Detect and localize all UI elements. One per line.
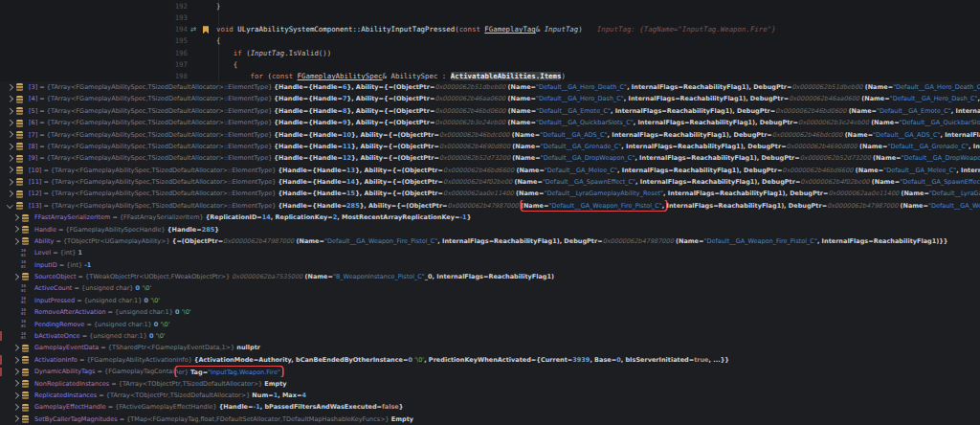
text-segment: {Handle={Handle= bbox=[274, 107, 343, 115]
chevron-right-icon[interactable] bbox=[7, 168, 12, 173]
text-segment: 285 bbox=[346, 202, 360, 210]
watch-row-FFastArraySerializerItem[interactable]: FFastArraySerializerItem = {FFastArraySe… bbox=[0, 212, 980, 223]
watch-row-InputID[interactable]: 10 01InputID = {int} -1 bbox=[0, 259, 980, 271]
chevron-right-icon[interactable] bbox=[12, 392, 18, 398]
debugger-variables-panel[interactable]: [3] = {TArray<FGameplayAbilitySpec,TSize… bbox=[0, 81, 980, 425]
code-text[interactable]: } bbox=[216, 1, 220, 12]
bookmark-icon[interactable] bbox=[203, 26, 209, 34]
red-annotation-box: Name="Default__GA_Weapon_Fire_Pistol_C", bbox=[522, 200, 666, 211]
text-segment: Name= bbox=[515, 143, 540, 150]
watch-row-ActiveCount[interactable]: 10 01ActiveCount = {unsigned char} 0 '\0… bbox=[0, 282, 980, 294]
chevron-right-icon[interactable] bbox=[7, 131, 12, 137]
text-segment: .IsValid()) bbox=[284, 49, 331, 57]
text-segment: {Handle={Handle= bbox=[274, 143, 343, 150]
code-line-196[interactable]: 196 if (InputTag.IsValid()) bbox=[0, 48, 980, 59]
text-segment: , ...}} bbox=[709, 356, 729, 364]
watch-row-element-9[interactable]: [9] = {TArray<FGameplayAbilitySpec,TSize… bbox=[0, 152, 980, 164]
watch-row-element-3[interactable]: [3] = {TArray<FGameplayAbilitySpec,TSize… bbox=[0, 81, 980, 93]
code-text[interactable]: if (InputTag.IsValid()) bbox=[216, 48, 331, 59]
chevron-right-icon[interactable] bbox=[12, 226, 18, 232]
text-segment: {Handle={Handle= bbox=[274, 95, 343, 102]
watch-row-SetByCallerTagMagnitudes[interactable]: SetByCallerTagMagnitudes = {TMap<FGamepl… bbox=[0, 414, 980, 425]
chevron-right-icon[interactable] bbox=[12, 214, 18, 220]
chevron-right-icon[interactable] bbox=[12, 357, 18, 363]
binary-value-icon: 10 01 bbox=[21, 260, 30, 269]
chevron-right-icon[interactable] bbox=[7, 108, 12, 114]
line-number[interactable]: 194 bbox=[151, 24, 188, 35]
watch-row-SourceObject[interactable]: SourceObject = {TWeakObjectPtr<UObject,F… bbox=[0, 271, 980, 282]
watch-row-NonReplicatedInstances[interactable]: NonReplicatedInstances = {TArray<TObject… bbox=[0, 378, 980, 390]
chevron-right-icon[interactable] bbox=[12, 238, 18, 244]
line-number[interactable]: 197 bbox=[151, 59, 188, 71]
code-text[interactable]: { bbox=[216, 59, 237, 71]
line-number[interactable]: 196 bbox=[151, 48, 188, 59]
text-segment: "Default__GA_SpawnEffect_C" bbox=[543, 178, 635, 186]
code-text[interactable]: void ULyraAbilitySystemComponent::Abilit… bbox=[216, 24, 776, 35]
text-segment: = {unsigned char} bbox=[72, 284, 135, 292]
chevron-right-icon[interactable] bbox=[7, 120, 12, 125]
text-segment: nullptr bbox=[236, 344, 260, 351]
text-segment: 0x0000062ba7535000 bbox=[232, 273, 302, 280]
watch-row-Level[interactable]: 10 01Level = {int} 1 bbox=[0, 247, 980, 258]
code-editor-panel[interactable]: 192}193194⇄void ULyraAbilitySystemCompon… bbox=[0, 0, 980, 81]
text-segment: InternalFlags=ReachabilityFlag1), DebugP… bbox=[666, 190, 829, 197]
text-segment: {Handle= bbox=[219, 403, 254, 411]
error-stripe-mark bbox=[0, 368, 2, 377]
watch-row-element-13[interactable]: [13] = {TArray<FGameplayAbilitySpec,TSiz… bbox=[0, 200, 980, 212]
chevron-right-icon[interactable] bbox=[7, 144, 12, 149]
watch-row-Ability[interactable]: Ability = {TObjectPtr<UGameplayAbility>}… bbox=[0, 235, 980, 247]
text-segment: , InternalFlags=ReachabilityFlag1)}} bbox=[940, 131, 980, 139]
watch-row-InputPressed[interactable]: 10 01InputPressed = {unsigned char:1} 0 … bbox=[0, 295, 980, 306]
watch-row-element-11[interactable]: [11] = {TArray<FGameplayAbilitySpec,TSiz… bbox=[0, 176, 980, 188]
chevron-right-icon[interactable] bbox=[12, 380, 18, 386]
chevron-right-icon[interactable] bbox=[12, 274, 18, 280]
text-segment: 1 bbox=[78, 249, 83, 257]
code-line-195[interactable]: 195{ bbox=[0, 35, 980, 47]
chevron-right-icon[interactable] bbox=[7, 179, 12, 185]
watch-row-element-8[interactable]: [8] = {TArray<FGameplayAbilitySpec,TSize… bbox=[0, 141, 980, 152]
watch-row-GameplayEffectHandle[interactable]: GameplayEffectHandle = {FActiveGameplayE… bbox=[0, 401, 980, 413]
text-segment: , bIsServerInitiated= bbox=[621, 356, 694, 364]
code-line-194[interactable]: 194⇄void ULyraAbilitySystemComponent::Ab… bbox=[0, 24, 980, 35]
code-line-197[interactable]: 197 { bbox=[0, 59, 980, 71]
watch-row-Handle[interactable]: Handle = {FGameplayAbilitySpecHandle} {H… bbox=[0, 224, 980, 235]
chevron-down-icon[interactable] bbox=[7, 202, 12, 208]
watch-row-element-7[interactable]: [7] = {TArray<FGameplayAbilitySpec,TSize… bbox=[0, 129, 980, 141]
chevron-right-icon[interactable] bbox=[12, 345, 18, 350]
code-line-192[interactable]: 192} bbox=[0, 1, 980, 12]
text-segment: = {int} bbox=[57, 261, 84, 269]
chevron-right-icon[interactable] bbox=[7, 84, 12, 90]
text-segment: InputID bbox=[34, 261, 57, 269]
code-text[interactable]: { bbox=[216, 35, 220, 47]
line-number[interactable]: 195 bbox=[151, 35, 188, 47]
watch-row-element-12[interactable]: [12] = {TArray<FGameplayAbilitySpec,TSiz… bbox=[0, 188, 980, 199]
chevron-right-icon[interactable] bbox=[7, 190, 12, 196]
watch-row-DynamicAbilityTags[interactable]: DynamicAbilityTags = {FGameplayTagContai… bbox=[0, 366, 980, 377]
watch-row-ReplicatedInstances[interactable]: ReplicatedInstances = {TArray<TObjectPtr… bbox=[0, 390, 980, 401]
watch-row-RemoveAfterActivation[interactable]: 10 01RemoveAfterActivation = {unsigned c… bbox=[0, 306, 980, 318]
text-segment: = {TWeakObjectPtr<UObject,FWeakObjectPtr… bbox=[77, 273, 233, 280]
code-line-193[interactable]: 193 bbox=[0, 12, 980, 24]
watch-row-ActivationInfo[interactable]: ActivationInfo = {FGameplayAbilityActiva… bbox=[0, 354, 980, 366]
watch-row-element-4[interactable]: [4] = {TArray<FGameplayAbilitySpec,TSize… bbox=[0, 93, 980, 104]
text-segment: = {TArray<FGameplayAbilitySpec,TSizedDef… bbox=[37, 95, 274, 102]
chevron-right-icon[interactable] bbox=[12, 404, 18, 410]
watch-row-element-6[interactable]: [6] = {TArray<FGameplayAbilitySpec,TSize… bbox=[0, 117, 980, 128]
chevron-right-icon[interactable] bbox=[12, 415, 18, 421]
watch-row-text: [11] = {TArray<FGameplayAbilitySpec,TSiz… bbox=[29, 176, 980, 188]
text-segment: 3939 bbox=[572, 356, 590, 364]
text-segment: InputTag bbox=[251, 49, 285, 57]
watch-row-GameplayEventData[interactable]: GameplayEventData = {TSharedPtr<FGamepla… bbox=[0, 342, 980, 353]
swap-arrows-icon[interactable]: ⇄ bbox=[190, 24, 201, 35]
chevron-right-icon[interactable] bbox=[7, 155, 12, 161]
watch-row-bActivateOnce[interactable]: 10 01bActivateOnce = {unsigned char:1} 0… bbox=[0, 330, 980, 342]
watch-row-PendingRemove[interactable]: 10 01PendingRemove = {unsigned char:1} 0… bbox=[0, 319, 980, 330]
chevron-right-icon[interactable] bbox=[12, 369, 18, 374]
chevron-right-icon[interactable] bbox=[7, 96, 12, 101]
text-segment: (Name= bbox=[846, 107, 877, 115]
watch-row-element-10[interactable]: [10] = {TArray<FGameplayAbilitySpec,TSiz… bbox=[0, 165, 980, 176]
line-number[interactable]: 193 bbox=[151, 12, 188, 24]
text-segment: "Default__GA_Weapon_Fire_Pistol_C" bbox=[548, 202, 661, 210]
watch-row-element-5[interactable]: [5] = {TArray<FGameplayAbilitySpec,TSize… bbox=[0, 105, 980, 117]
line-number[interactable]: 192 bbox=[151, 1, 188, 12]
